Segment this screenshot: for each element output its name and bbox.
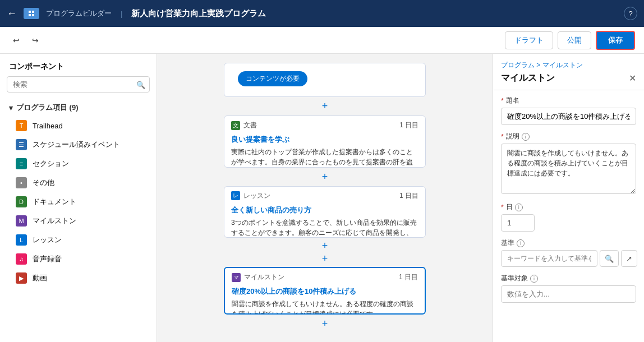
sidebar-item-label: ドキュメント (33, 197, 76, 207)
sidebar: コンポーネント 🔍 ▾ プログラム項目 (9) T Trailhead ☰ スケ… (0, 54, 157, 342)
panel-field-day: * 日 i (493, 202, 644, 238)
card-lesson: レ レッスン 1 日目 全く新しい商品の売り方 3つのポイントを意識することで、… (224, 186, 426, 238)
card-header-milestone: マ マイルストン 1 日目 (225, 268, 425, 286)
criteria-search-input[interactable] (501, 250, 597, 267)
required-star-day: * (501, 204, 504, 211)
sidebar-item-label: Trailhead (33, 122, 63, 130)
top-nav-right: ? (624, 7, 637, 20)
info-icon-target: i (530, 275, 538, 283)
nav-separator: | (121, 10, 122, 18)
milestone-icon: M (16, 215, 27, 227)
content-needed-button-top[interactable]: コンテンツが必要 (238, 71, 307, 86)
panel-label-criteria: 基準 i (501, 238, 636, 248)
sidebar-item-trailhead[interactable]: T Trailhead (0, 116, 157, 135)
criteria-search-row: 🔍 ↗ (501, 250, 636, 267)
svg-rect-3 (29, 14, 31, 16)
panel-title: マイルストン (501, 72, 555, 84)
trailhead-icon: T (16, 120, 27, 131)
top-nav: ← プログラムビルダー | 新人向け営業力向上実践プログラム ? (0, 0, 644, 27)
info-icon-desc: i (522, 133, 530, 141)
panel-label-day: * 日 i (501, 202, 636, 212)
other-icon: • (16, 177, 27, 188)
scheduled-event-icon: ☰ (16, 139, 27, 150)
sidebar-item-label: マイルストン (33, 216, 76, 226)
app-icon (24, 8, 39, 19)
description-textarea[interactable]: 闇雲に商談を作成してもいけません。ある程度の商談を積み上げていくことが目標達成に… (501, 144, 636, 194)
partial-card-top: コンテンツが必要 (224, 63, 426, 97)
sidebar-item-lesson[interactable]: L レッスン (0, 230, 157, 249)
card-day-document: 1 日目 (399, 121, 418, 130)
target-input[interactable] (501, 285, 636, 303)
panel-field-description: * 説明 i 闇雲に商談を作成してもいけません。ある程度の商談を積み上げていくこ… (493, 132, 644, 202)
main-layout: コンポーネント 🔍 ▾ プログラム項目 (9) T Trailhead ☰ スケ… (0, 54, 644, 342)
toolbar: ↩ ↪ ドラフト 公開 保存 (0, 27, 644, 54)
sidebar-group-title: ▾ プログラム項目 (9) (0, 99, 157, 116)
sidebar-item-document[interactable]: D ドキュメント (0, 192, 157, 211)
sidebar-item-label: セクション (33, 159, 69, 169)
toolbar-right: ドラフト 公開 保存 (505, 31, 635, 50)
sidebar-search-container: 🔍 (7, 76, 150, 93)
sidebar-item-milestone[interactable]: M マイルストン (0, 211, 157, 230)
sidebar-item-video[interactable]: ▶ 動画 (0, 269, 157, 288)
panel-label-target: 基準対象 i (501, 274, 636, 283)
criteria-search-button[interactable]: 🔍 (600, 250, 619, 267)
publish-button[interactable]: 公開 (558, 31, 591, 49)
card-type-label-lesson: レッスン (243, 191, 270, 201)
card-title-document[interactable]: 良い提案書を学ぶ (224, 135, 425, 147)
required-star-desc: * (501, 133, 504, 141)
chevron-down-icon: ▾ (9, 104, 13, 112)
sidebar-item-other[interactable]: • その他 (0, 173, 157, 192)
page-name: 新人向け営業力向上実践プログラム (131, 8, 266, 19)
add-button-3[interactable]: + + (322, 238, 328, 267)
card-footer-partial: コンテンツが必要 (231, 68, 418, 92)
draft-button[interactable]: ドラフト (505, 31, 553, 49)
day-input[interactable] (501, 214, 535, 232)
panel-label-title: * 題名 (501, 96, 636, 105)
panel-field-criteria: 基準 i 🔍 ↗ (493, 238, 644, 274)
card-title-milestone[interactable]: 確度20%以上の商談を10件積み上げる (225, 286, 425, 299)
required-star-title: * (501, 97, 504, 105)
svg-rect-2 (32, 11, 34, 13)
help-button[interactable]: ? (624, 7, 637, 20)
search-input[interactable] (7, 76, 150, 93)
save-button[interactable]: 保存 (596, 31, 635, 50)
add-button-2[interactable]: + (322, 168, 328, 186)
card-body-milestone: 闇雲に商談を作成してもいけません。ある程度の確度の商談を積み上げていくことが目標… (225, 299, 425, 315)
panel-field-target: 基準対象 i (493, 274, 644, 309)
panel-close-button[interactable]: ✕ (629, 73, 636, 84)
card-document: 文 文書 1 日目 良い提案書を学ぶ 実際に社内のトップ営業が作成した提案書から… (224, 115, 426, 168)
center-content: コンテンツが必要 + 文 文書 1 日目 良い提案書を学ぶ 実際に社内のトップ営… (157, 54, 493, 342)
svg-rect-4 (32, 14, 34, 16)
sidebar-item-label: その他 (33, 178, 54, 188)
card-type-label-milestone: マイルストン (244, 272, 284, 282)
lesson-icon: L (16, 234, 27, 246)
undo-button[interactable]: ↩ (9, 33, 24, 48)
title-input[interactable] (501, 108, 636, 125)
card-day-milestone: 1 日目 (399, 272, 418, 282)
add-button-4[interactable]: + (322, 315, 328, 333)
document-icon: D (16, 196, 27, 207)
criteria-external-button[interactable]: ↗ (621, 250, 637, 267)
sidebar-item-label: レッスン (33, 235, 62, 245)
redo-button[interactable]: ↪ (28, 33, 43, 48)
right-panel: プログラム > マイルストン マイルストン ✕ * 題名 * 説明 i 闇雲に商… (493, 54, 644, 342)
card-milestone: マ マイルストン 1 日目 確度20%以上の商談を10件積み上げる 闇雲に商談を… (224, 267, 426, 315)
app-name: プログラムビルダー (46, 8, 112, 19)
sidebar-item-label: 動画 (33, 273, 47, 283)
lesson-type-icon: レ (231, 191, 240, 200)
info-icon-day: i (515, 204, 523, 211)
sidebar-item-section[interactable]: ≡ セクション (0, 154, 157, 173)
card-day-lesson: 1 日目 (399, 191, 418, 201)
card-header-document: 文 文書 1 日目 (224, 116, 425, 135)
search-icon: 🔍 (136, 80, 145, 89)
sidebar-item-scheduled-event[interactable]: ☰ スケジュール済みイベント (0, 135, 157, 154)
document-type-icon: 文 (231, 121, 240, 130)
panel-divider (493, 90, 644, 90)
card-title-lesson[interactable]: 全く新しい商品の売り方 (224, 205, 425, 218)
card-body-document: 実際に社内のトップ営業が作成した提案書からは多くのことが学べます。自身の業界に合… (224, 147, 425, 168)
add-button-1[interactable]: + (322, 97, 328, 115)
back-button[interactable]: ← (7, 8, 17, 20)
section-icon: ≡ (16, 158, 27, 169)
sidebar-item-audio[interactable]: ♫ 音声録音 (0, 249, 157, 269)
card-header-lesson: レ レッスン 1 日目 (224, 187, 425, 205)
